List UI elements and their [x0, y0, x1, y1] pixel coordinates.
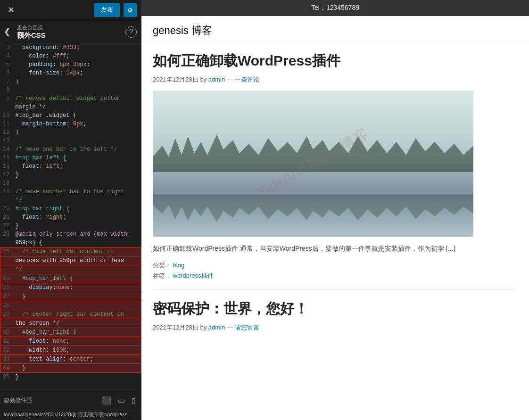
line-code: #top_bar .widget {	[14, 111, 141, 120]
line-code	[14, 301, 141, 310]
line-code: /* remove default widget bottom	[14, 94, 141, 103]
line-code: }	[14, 77, 141, 86]
line-number: 19	[0, 188, 14, 196]
hide-controls-button[interactable]: 隐藏控件区	[4, 396, 97, 404]
line-number	[0, 196, 14, 205]
article-1: 如何正确卸载WordPress插件 2021年12月28日 by admin —…	[153, 51, 517, 280]
line-number: 25	[0, 274, 14, 283]
line-code: /* move another bar to the right	[14, 188, 141, 196]
publish-button[interactable]: 发布	[94, 3, 120, 17]
line-number: 3	[0, 43, 14, 52]
category-label: 分类：	[153, 262, 171, 269]
article2-author-link[interactable]: admin	[208, 324, 225, 331]
line-code: }	[14, 128, 141, 137]
line-number	[0, 256, 14, 265]
article1-category-link[interactable]: blog	[173, 262, 185, 269]
line-number: 18	[0, 179, 14, 188]
article1-category: 分类： blog	[153, 261, 517, 270]
line-code	[14, 86, 141, 94]
article2-meta: 2021年12月28日 by admin — 请您留言	[153, 323, 517, 332]
article2-comment-link[interactable]: 请您留言	[235, 324, 259, 331]
line-number: 28	[0, 301, 14, 310]
line-number: 20	[0, 205, 14, 213]
line-code: }	[14, 373, 141, 382]
top-bar: ✕ 发布 ⚙	[0, 0, 141, 20]
line-code	[14, 137, 141, 145]
line-number: 26	[0, 283, 14, 292]
article1-meta: 2021年12月28日 by admin — 一条评论	[153, 75, 517, 84]
main-content: 如何正确卸载WordPress插件 2021年12月28日 by admin —…	[141, 42, 528, 341]
article2-title: 密码保护：世界，您好！	[153, 299, 517, 319]
line-number: 14	[0, 145, 14, 154]
article1-comment-link[interactable]: 一条评论	[235, 76, 259, 83]
customizing-label: 正在自定义	[17, 24, 46, 31]
line-code: width: 100%;	[14, 346, 141, 355]
line-code: margin-bottom: 0px;	[14, 120, 141, 128]
line-code: #top_bar_left {	[14, 154, 141, 162]
line-code: #top_bar_right {	[14, 328, 141, 337]
line-number: 33	[0, 355, 14, 364]
line-code: font-size: 14px;	[14, 69, 141, 77]
line-code: the screen */	[14, 319, 141, 328]
article1-date: 2021年12月28日	[153, 76, 198, 83]
line-code	[14, 179, 141, 188]
line-number: 10	[0, 111, 14, 120]
line-number: 31	[0, 337, 14, 346]
line-number: 32	[0, 346, 14, 355]
line-number: 16	[0, 162, 14, 171]
article-2: 密码保护：世界，您好！ 2021年12月28日 by admin — 请您留言	[153, 299, 517, 332]
line-number: 35	[0, 373, 14, 382]
line-code: /* move one bar to the left */	[14, 145, 141, 154]
article1-by-label: by	[200, 76, 207, 83]
line-number: 12	[0, 128, 14, 137]
line-code: /* hide left bar content in	[14, 247, 141, 256]
line-code: }	[14, 292, 141, 301]
line-code: devices with 959px width or less	[14, 256, 141, 265]
code-table: 3 background: #333;4 color: #fff;5 paddi…	[0, 43, 141, 381]
url-bar: localhost/genesis/2021/12/28/如何正确卸载wordp…	[0, 409, 141, 420]
article1-excerpt: 如何正确卸载WordPress插件 通常，当安装WordPress后，要做的第一…	[153, 243, 517, 255]
tag-label: 标签：	[153, 272, 171, 279]
line-number: 8	[0, 86, 14, 94]
article1-tag-link[interactable]: wordpress插件	[173, 272, 214, 279]
site-name-text: genesis 博客	[153, 25, 212, 36]
article2-date: 2021年12月28日	[153, 324, 198, 331]
gear-button[interactable]: ⚙	[124, 3, 137, 17]
line-code: display:none;	[14, 283, 141, 292]
line-code: text-align: center;	[14, 355, 141, 364]
article1-title: 如何正确卸载WordPress插件	[153, 51, 517, 71]
code-editor[interactable]: 3 background: #333;4 color: #fff;5 paddi…	[0, 43, 141, 392]
bottom-bar: 隐藏控件区 ⬛ ▭ ▯	[0, 392, 141, 409]
article1-image: TipsAndTricks博客	[153, 91, 473, 237]
line-number	[0, 239, 14, 247]
responsive-tablet-button[interactable]: ▭	[116, 395, 127, 406]
line-code: background: #333;	[14, 43, 141, 52]
site-name: genesis 博客	[153, 24, 518, 38]
article2-sep: —	[227, 324, 235, 331]
line-code: padding: 8px 30px;	[14, 60, 141, 69]
section-divider	[153, 289, 517, 290]
line-code: */	[14, 196, 141, 205]
line-number: 30	[0, 328, 14, 337]
line-number: 27	[0, 292, 14, 301]
line-number: 23	[0, 230, 14, 239]
help-button[interactable]: ?	[125, 26, 137, 38]
line-number: 6	[0, 69, 14, 77]
responsive-desktop-button[interactable]: ⬛	[100, 395, 113, 406]
section-title: 额外CSS	[17, 31, 46, 39]
article1-author-link[interactable]: admin	[208, 76, 225, 83]
line-code: #top_bar_left {	[14, 274, 141, 283]
close-button[interactable]: ✕	[5, 4, 17, 16]
line-code: 959px) {	[14, 239, 141, 247]
line-code: }	[14, 364, 141, 373]
line-code: color: #fff;	[14, 52, 141, 60]
left-panel: ✕ 发布 ⚙ ❮ 正在自定义 额外CSS ? 3 background: #33…	[0, 0, 141, 420]
responsive-mobile-button[interactable]: ▯	[130, 395, 138, 406]
site-top-strip: Tel：123456789	[141, 0, 529, 16]
line-number: 9	[0, 94, 14, 103]
line-code: */	[14, 265, 141, 274]
line-number	[0, 265, 14, 274]
site-header: genesis 博客	[141, 16, 529, 42]
back-button[interactable]: ❮	[4, 26, 11, 37]
line-code: float: none;	[14, 337, 141, 346]
